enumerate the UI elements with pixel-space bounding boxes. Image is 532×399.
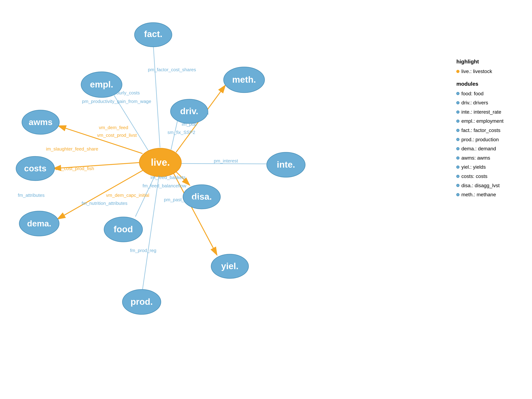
legend-module-empl: empl.: employment xyxy=(456,117,503,125)
edge-fact-live xyxy=(153,44,160,147)
node-empl-label: empl. xyxy=(90,79,113,89)
legend-module-dema: dema.: demand xyxy=(456,145,503,153)
legend-module-costs: costs: costs xyxy=(456,172,503,181)
label-im-slaughter: im_slaughter_feed_share xyxy=(46,146,98,152)
legend-dot-blue-food xyxy=(456,92,459,95)
legend-module-meth: meth.: methane xyxy=(456,190,503,199)
node-fact-label: fact. xyxy=(144,29,163,39)
legend-dot-blue-disa xyxy=(456,184,459,187)
label-im-pop: im_pop xyxy=(182,121,197,127)
label-fm-nutrition: fm_nutrition_attributes xyxy=(82,201,127,206)
legend-dot-blue-empl xyxy=(456,120,459,123)
legend-dot-blue-awms xyxy=(456,156,459,160)
label-demcfeed: vm_cost_prod_livst xyxy=(97,133,137,138)
node-food-label: food xyxy=(114,224,133,234)
edge-inte-live xyxy=(180,164,267,164)
legend-module-dema-label: dema.: demand xyxy=(461,145,496,153)
edge-prod-live xyxy=(143,174,159,290)
label-feed: feed xyxy=(200,110,209,116)
node-awms-label: awms xyxy=(29,117,52,127)
label-fm-prod-reg: fm_prod_reg xyxy=(130,248,156,253)
legend-highlight-live-label: live.: livestock xyxy=(461,67,492,76)
label-vm-cost-prod-fish: vm_cost_prod_fish xyxy=(55,166,94,171)
legend-dot-blue-costs xyxy=(456,175,459,178)
node-meth-label: meth. xyxy=(232,75,256,85)
legend-module-food: food: food xyxy=(456,89,503,98)
legend-module-awms-label: awms: awms xyxy=(461,154,490,162)
legend-module-costs-label: costs: costs xyxy=(461,172,487,181)
label-pm-factor-cost-shares: pm_factor_cost_shares xyxy=(148,67,196,72)
legend-module-food-label: food: food xyxy=(461,89,484,98)
legend-module-prod: prod.: production xyxy=(456,135,503,144)
label-pm-past-mngmt: pm_past_mngmt xyxy=(164,197,198,202)
legend-dot-orange xyxy=(456,70,459,73)
node-yiel-label: yiel. xyxy=(221,261,238,271)
label-vm-dem-feed: vm_dem_feed xyxy=(99,125,128,130)
legend-dot-blue-yiel xyxy=(456,165,459,169)
legend-dot-blue-fact xyxy=(456,129,459,132)
legend-modules-title: modules xyxy=(456,79,503,88)
legend-module-yiel-label: yiel.: yields xyxy=(461,163,486,171)
node-costs-label: costs xyxy=(24,164,46,173)
legend-module-awms: awms: awms xyxy=(456,154,503,162)
legend: highlight live.: livestock modules food:… xyxy=(456,57,503,200)
legend-module-empl-label: empl.: employment xyxy=(461,117,503,125)
graph-svg: fact. empl. meth. driv. awms costs inte.… xyxy=(0,0,532,399)
label-pm-interest: pm_interest xyxy=(214,158,238,164)
node-prod-label: prod. xyxy=(131,297,153,307)
label-vm-dem-capc: vm_dem_capc_initial xyxy=(106,193,149,198)
label-sm-fix-ssp2: sm_fix_SSP2 xyxy=(167,130,195,135)
legend-highlight-live: live.: livestock xyxy=(456,67,503,76)
label-im-feed-baskets: im_feed_baskets xyxy=(151,175,186,180)
legend-module-prod-label: prod.: production xyxy=(461,135,499,144)
node-live-label: live. xyxy=(151,157,170,168)
legend-module-driv-label: driv.: drivers xyxy=(461,99,488,107)
legend-dot-blue-inte xyxy=(456,110,459,114)
legend-module-driv: driv.: drivers xyxy=(456,99,503,107)
label-fm-attributes: fm_attributes xyxy=(18,193,44,198)
legend-module-fact-label: fact.: factor_costs xyxy=(461,126,500,135)
legend-dot-blue-prod xyxy=(456,138,459,141)
legend-module-fact: fact.: factor_costs xyxy=(456,126,503,135)
legend-module-disa: disa.: disagg_lvst xyxy=(456,181,503,190)
legend-highlight-title: highlight xyxy=(456,57,503,66)
legend-module-inte: inte.: interest_rate xyxy=(456,108,503,116)
label-pm-hourly-costs: pm_hourly_costs xyxy=(105,90,140,95)
legend-module-meth-label: meth.: methane xyxy=(461,190,496,199)
node-dema-label: dema. xyxy=(27,219,51,228)
label-fm-feed-balanceflow: fm_feed_balanceflow xyxy=(143,183,186,189)
legend-module-disa-label: disa.: disagg_lvst xyxy=(461,181,500,190)
legend-dot-blue-driv xyxy=(456,101,459,104)
legend-dot-blue-meth xyxy=(456,193,459,196)
label-pm-productivity: pm_productivity_gain_from_wage xyxy=(82,99,151,104)
legend-dot-blue-dema xyxy=(456,147,459,150)
legend-module-inte-label: inte.: interest_rate xyxy=(461,108,501,116)
legend-module-yiel: yiel.: yields xyxy=(456,163,503,171)
node-inte-label: inte. xyxy=(277,160,295,170)
